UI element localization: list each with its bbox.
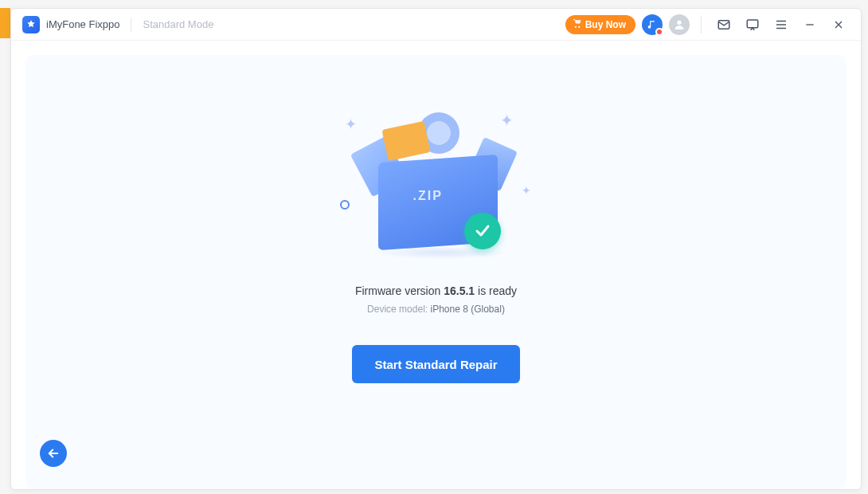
firmware-status-text: Firmware version 16.5.1 is ready <box>355 284 517 297</box>
title-bar: iMyFone Fixppo Standard Mode Buy Now <box>11 9 861 41</box>
title-separator <box>131 18 131 32</box>
notification-dot-icon <box>655 28 663 36</box>
firmware-suffix: is ready <box>475 284 517 297</box>
start-repair-button[interactable]: Start Standard Repair <box>352 345 519 383</box>
sparkle-icon: ✦ <box>522 184 531 197</box>
checkmark-badge-icon <box>464 213 501 249</box>
buy-now-label: Buy Now <box>585 19 626 30</box>
firmware-illustration: ✦ ✦ ✦ .ZIP <box>345 111 528 254</box>
app-name: iMyFone Fixppo <box>46 18 119 30</box>
main-panel: ✦ ✦ ✦ .ZIP Firmware version 16.5.1 is re… <box>25 55 846 489</box>
device-model-text: Device model: iPhone 8 (Global) <box>367 304 505 315</box>
svg-rect-2 <box>747 20 758 28</box>
app-window: iMyFone Fixppo Standard Mode Buy Now <box>10 8 862 490</box>
titlebar-divider <box>701 16 702 33</box>
music-note-icon[interactable] <box>642 14 663 35</box>
cart-icon <box>572 18 582 31</box>
folder-icon <box>381 121 430 161</box>
mail-icon[interactable] <box>713 14 735 36</box>
app-logo <box>22 16 40 33</box>
sparkle-icon: ✦ <box>345 116 357 133</box>
menu-icon[interactable] <box>770 14 792 36</box>
zip-label: .ZIP <box>413 189 443 203</box>
close-icon[interactable] <box>827 14 850 36</box>
background-window-edge <box>0 8 10 38</box>
firmware-prefix: Firmware version <box>355 284 444 297</box>
decorative-circle <box>340 200 350 210</box>
device-prefix: Device model: <box>367 304 430 315</box>
back-button[interactable] <box>40 440 67 467</box>
feedback-icon[interactable] <box>741 14 764 36</box>
mode-label: Standard Mode <box>143 18 213 30</box>
sparkle-icon: ✦ <box>500 111 514 130</box>
firmware-version: 16.5.1 <box>444 284 475 297</box>
buy-now-button[interactable]: Buy Now <box>565 15 635 34</box>
svg-point-0 <box>677 20 681 24</box>
device-model: iPhone 8 (Global) <box>430 304 504 315</box>
minimize-icon[interactable] <box>799 14 821 36</box>
avatar-icon[interactable] <box>669 14 690 35</box>
